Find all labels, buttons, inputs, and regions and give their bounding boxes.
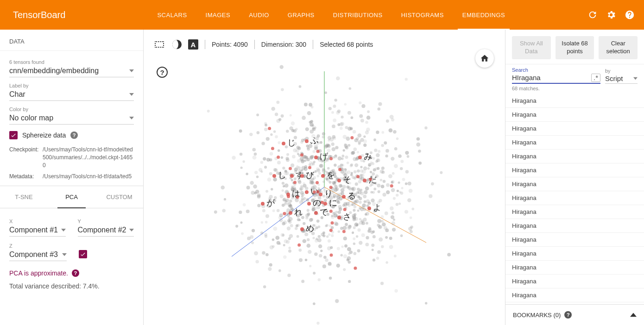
svg-point-677 — [288, 220, 291, 224]
label-by-select[interactable]: Char — [9, 88, 134, 101]
proj-tab-custom[interactable]: CUSTOM — [95, 186, 143, 208]
svg-point-746 — [341, 245, 343, 248]
search-result-item[interactable]: Hiragana — [505, 247, 644, 261]
search-result-item[interactable]: Hiragana — [505, 150, 644, 163]
svg-point-583 — [320, 141, 322, 144]
z-enable-checkbox[interactable] — [79, 250, 87, 258]
svg-point-847 — [389, 237, 392, 240]
color-by-select[interactable]: No color map — [9, 112, 134, 125]
svg-point-168 — [356, 235, 358, 238]
svg-point-106 — [355, 182, 358, 186]
svg-point-915 — [319, 193, 322, 196]
search-result-item[interactable]: Hiragana — [505, 261, 644, 275]
search-by-value: Script — [605, 75, 623, 82]
projector-canvas[interactable]: A Points: 4090 Dimension: 300 Selected 6… — [144, 30, 505, 325]
svg-point-875 — [339, 207, 342, 211]
svg-point-430 — [335, 155, 337, 157]
sphereize-help-icon[interactable]: ? — [70, 131, 78, 139]
svg-point-88 — [354, 170, 357, 174]
x-component-select[interactable]: Component #1 — [9, 224, 66, 237]
regex-toggle-button[interactable]: .* — [591, 74, 600, 82]
svg-point-95 — [304, 232, 308, 236]
search-result-item[interactable]: Hiragana — [505, 108, 644, 122]
search-result-item[interactable]: Hiragana — [505, 136, 644, 150]
svg-point-201 — [341, 164, 344, 167]
bookmarks-header[interactable]: BOOKMARKS (0) ? — [505, 304, 644, 325]
tab-embeddings[interactable]: EMBEDDINGS — [453, 0, 514, 30]
svg-point-805 — [327, 144, 330, 147]
point-label: め — [306, 224, 314, 233]
svg-point-675 — [318, 235, 321, 238]
svg-point-517 — [240, 167, 243, 169]
svg-point-541 — [371, 244, 374, 247]
svg-point-898 — [282, 167, 285, 169]
svg-point-190 — [299, 200, 303, 205]
tab-graphs[interactable]: GRAPHS — [278, 0, 324, 30]
isolate-button[interactable]: Isolate 68 points — [556, 36, 594, 59]
svg-point-529 — [340, 227, 343, 230]
tab-scalars[interactable]: SCALARS — [148, 0, 196, 30]
svg-point-785 — [297, 153, 299, 155]
svg-point-691 — [250, 235, 253, 239]
pca-help-icon[interactable]: ? — [72, 269, 79, 277]
search-result-item[interactable]: Hiragana — [505, 163, 644, 177]
tab-distributions[interactable]: DISTRIBUTIONS — [324, 0, 392, 30]
svg-point-64 — [385, 155, 388, 157]
svg-point-374 — [281, 88, 284, 91]
point-label: に — [329, 198, 337, 207]
proj-tab-t-sne[interactable]: T-SNE — [0, 186, 48, 208]
svg-point-787 — [360, 138, 364, 142]
tab-histograms[interactable]: HISTOGRAMS — [392, 0, 453, 30]
search-result-item[interactable]: Hiragana — [505, 219, 644, 233]
svg-point-792 — [232, 156, 235, 159]
svg-point-471 — [272, 238, 275, 241]
sphereize-checkbox[interactable] — [9, 131, 18, 139]
svg-point-660 — [309, 156, 313, 160]
svg-point-262 — [300, 185, 303, 188]
svg-point-591 — [373, 231, 375, 233]
svg-point-655 — [338, 211, 341, 214]
svg-point-10 — [357, 151, 359, 153]
search-input[interactable]: HIragana .* — [512, 73, 600, 84]
refresh-icon[interactable] — [587, 10, 598, 20]
svg-point-167 — [214, 211, 217, 214]
svg-point-712 — [373, 169, 376, 172]
search-result-item[interactable]: Hiragana — [505, 205, 644, 219]
svg-point-592 — [352, 214, 355, 218]
search-by-select[interactable]: Script — [605, 74, 638, 84]
svg-point-756 — [359, 201, 361, 204]
gear-icon[interactable] — [606, 10, 616, 20]
tab-images[interactable]: IMAGES — [196, 0, 240, 30]
point-label: さ — [343, 212, 351, 221]
svg-point-625 — [263, 157, 266, 160]
label-by-label: Label by — [9, 83, 134, 88]
svg-point-932 — [343, 208, 347, 211]
proj-tab-pca[interactable]: PCA — [48, 186, 95, 208]
search-result-item[interactable]: Hiragana — [505, 177, 644, 191]
bookmarks-help-icon[interactable]: ? — [564, 311, 572, 319]
search-result-item[interactable]: Hiragana — [505, 122, 644, 136]
chevron-up-icon[interactable] — [630, 312, 637, 318]
show-all-button[interactable]: Show All Data — [512, 36, 551, 59]
checkpoint-label: Checkpoint: — [9, 146, 43, 169]
z-component-select[interactable]: Component #3 — [9, 249, 67, 261]
y-component-select[interactable]: Component #2 — [78, 224, 134, 237]
tab-audio[interactable]: AUDIO — [240, 0, 278, 30]
help-icon[interactable] — [625, 10, 635, 20]
search-result-item[interactable]: Hiragana — [505, 275, 644, 288]
search-result-item[interactable]: Hiragana — [505, 233, 644, 247]
svg-point-322 — [345, 146, 348, 150]
svg-point-624 — [378, 225, 381, 228]
search-by-label: by — [605, 68, 638, 74]
tensor-select[interactable]: cnn/embedding/embedding — [9, 65, 134, 77]
svg-point-353 — [254, 251, 258, 256]
search-result-item[interactable]: Hiragana — [505, 191, 644, 205]
svg-point-346 — [334, 99, 337, 101]
svg-point-272 — [386, 183, 390, 187]
search-result-item[interactable]: Hiragana — [505, 94, 644, 108]
clear-selection-button[interactable]: Clear selection — [599, 36, 638, 59]
chevron-down-icon — [129, 116, 134, 120]
search-result-item[interactable]: Hiragana — [505, 288, 644, 302]
svg-point-360 — [266, 137, 270, 141]
svg-point-632 — [344, 168, 347, 170]
